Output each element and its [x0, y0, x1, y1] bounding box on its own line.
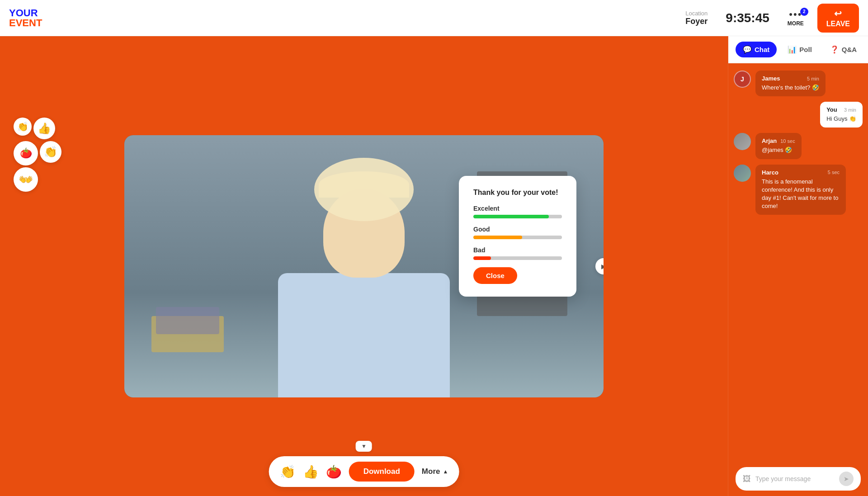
- message-bubble-mine: You 3 min Hi Guys 👏: [820, 102, 863, 128]
- list-item: J James 5 min Where's the toilet? 🤣: [734, 71, 863, 96]
- controls-bar: 👏 👍 🍅 Download More ▲: [269, 456, 459, 487]
- message-sender: James: [762, 75, 780, 82]
- poll-tab-label: Poll: [799, 46, 812, 53]
- video-container: Thank you for your vote! Excelent Good B…: [124, 135, 604, 397]
- message-content: James 5 min Where's the toilet? 🤣: [755, 71, 826, 96]
- emoji-reaction-2: 👍: [33, 118, 55, 139]
- message-sender-mine: You: [826, 106, 837, 113]
- chat-input-area: 🖼 ➤: [728, 462, 868, 496]
- poll-fill-excellent: [473, 215, 549, 218]
- message-text-mine: Hi Guys 👏: [826, 115, 856, 123]
- poll-label-excellent: Excelent: [473, 205, 562, 212]
- message-bubble: Arjan 10 sec @james 🤣: [755, 133, 802, 159]
- more-controls-button[interactable]: More ▲: [422, 467, 448, 476]
- location-label: Location: [685, 10, 708, 17]
- image-attach-icon[interactable]: 🖼: [743, 474, 751, 484]
- message-sender: Harco: [762, 169, 778, 176]
- message-text: Where's the toilet? 🤣: [762, 84, 819, 92]
- poll-label-bad: Bad: [473, 246, 562, 254]
- list-item: You 3 min Hi Guys 👏: [734, 102, 863, 128]
- right-panel: 💬 Chat 📊 Poll ❓ Q&A J James: [728, 36, 868, 496]
- download-button[interactable]: Download: [349, 462, 415, 482]
- chat-tab-label: Chat: [755, 46, 769, 53]
- poll-track-excellent: [473, 215, 562, 218]
- leave-label: LEAVE: [826, 20, 850, 28]
- avatar: J: [734, 71, 751, 88]
- leave-icon: ↩: [834, 8, 842, 19]
- list-item: Arjan 10 sec @james 🤣: [734, 133, 863, 159]
- poll-track-bad: [473, 256, 562, 260]
- poll-option-bad: Bad: [473, 246, 562, 260]
- time-display: 9:35:45: [726, 11, 769, 25]
- emoji-reaction-4: 👏: [40, 141, 61, 163]
- poll-close-button[interactable]: Close: [473, 267, 517, 284]
- qa-tab-icon: ❓: [830, 45, 839, 54]
- emoji-reaction-1: 👏: [14, 118, 32, 136]
- message-content: Arjan 10 sec @james 🤣: [755, 133, 802, 159]
- poll-option-good: Good: [473, 226, 562, 239]
- tab-chat[interactable]: 💬 Chat: [736, 42, 777, 57]
- message-header: Harco 5 sec: [762, 169, 840, 176]
- tab-bar: 💬 Chat 📊 Poll ❓ Q&A: [728, 36, 868, 63]
- poll-fill-good: [473, 236, 522, 239]
- header: YOUR EVENT Location Foyer 9:35:45 ••• 2 …: [0, 0, 868, 36]
- poll-overlay: Thank you for your vote! Excelent Good B…: [459, 176, 576, 297]
- emoji-thumbs-btn[interactable]: 👍: [303, 464, 319, 479]
- message-header: Arjan 10 sec: [762, 137, 795, 144]
- avatar: [734, 133, 751, 150]
- poll-option-excellent: Excelent: [473, 205, 562, 218]
- poll-fill-bad: [473, 256, 491, 260]
- message-bubble: James 5 min Where's the toilet? 🤣: [755, 71, 826, 96]
- chat-input-box: 🖼 ➤: [736, 467, 861, 491]
- tab-poll[interactable]: 📊 Poll: [780, 42, 819, 57]
- emoji-group: 👏 👍 🍅 👏 👐: [14, 118, 68, 192]
- scroll-indicator[interactable]: ▼: [356, 441, 372, 452]
- chat-messages: J James 5 min Where's the toilet? 🤣: [728, 63, 868, 462]
- emoji-reactions: 👏 👍 🍅 👏 👐: [14, 118, 68, 192]
- message-text: @james 🤣: [762, 146, 795, 154]
- chat-tab-icon: 💬: [743, 45, 752, 54]
- poll-tab-icon: 📊: [788, 45, 797, 54]
- message-text: This is a fenomenal conference! And this…: [762, 178, 840, 211]
- more-badge: 2: [800, 8, 808, 16]
- message-bubble: Harco 5 sec This is a fenomenal conferen…: [755, 165, 846, 215]
- leave-button[interactable]: ↩ LEAVE: [817, 4, 859, 33]
- timer: 9:35:45: [726, 11, 769, 25]
- emoji-reaction-5: 👐: [14, 167, 38, 192]
- qa-tab-label: Q&A: [842, 46, 857, 53]
- avatar: [734, 165, 751, 182]
- message-time-mine: 3 min: [844, 107, 856, 113]
- chat-input[interactable]: [755, 475, 835, 482]
- chevron-up-icon: ▲: [443, 468, 448, 475]
- more-controls-label: More: [422, 467, 440, 476]
- emoji-tomato-btn[interactable]: 🍅: [326, 464, 342, 479]
- location-value: Foyer: [685, 17, 708, 26]
- message-header-mine: You 3 min: [826, 106, 856, 113]
- logo-your: YOUR: [9, 8, 42, 18]
- more-label: MORE: [788, 20, 804, 27]
- logo: YOUR EVENT: [9, 8, 42, 28]
- message-time: 10 sec: [780, 138, 795, 144]
- emoji-reaction-3: 🍅: [14, 141, 38, 165]
- poll-track-good: [473, 236, 562, 239]
- list-item: Harco 5 sec This is a fenomenal conferen…: [734, 165, 863, 215]
- poll-thank-you: Thank you for your vote!: [473, 189, 562, 197]
- message-content: Harco 5 sec This is a fenomenal conferen…: [755, 165, 846, 215]
- location-info: Location Foyer: [685, 10, 708, 26]
- emoji-clap-btn[interactable]: 👏: [280, 464, 296, 479]
- tab-qa[interactable]: ❓ Q&A: [823, 42, 864, 57]
- main-layout: 👏 👍 🍅 👏 👐: [0, 36, 868, 496]
- logo-event: EVENT: [9, 18, 42, 28]
- poll-label-good: Good: [473, 226, 562, 233]
- send-button[interactable]: ➤: [839, 472, 854, 486]
- message-time: 5 sec: [828, 170, 840, 175]
- message-time: 5 min: [807, 76, 819, 81]
- message-sender: Arjan: [762, 137, 777, 144]
- video-area: 👏 👍 🍅 👏 👐: [0, 36, 728, 496]
- message-content-mine: You 3 min Hi Guys 👏: [820, 102, 863, 128]
- bottom-controls: ▼ 👏 👍 🍅 Download More ▲: [269, 441, 459, 487]
- message-header: James 5 min: [762, 75, 819, 82]
- more-button[interactable]: ••• 2 MORE: [788, 9, 804, 27]
